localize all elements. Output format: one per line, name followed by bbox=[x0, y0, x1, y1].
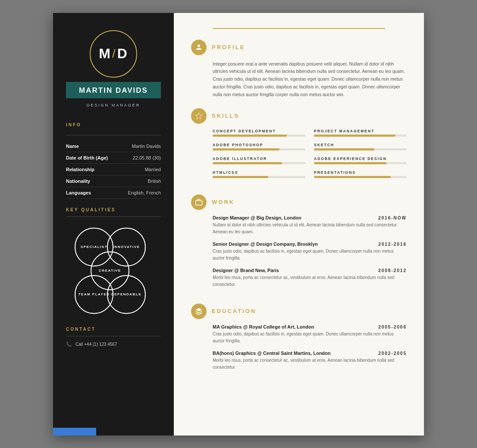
work-item-title: Designer @ Brand New, Paris bbox=[213, 268, 279, 273]
info-row: Date of Birth (Age) 22.05.88 (30) bbox=[66, 152, 161, 163]
resume-page: M / D MARTIN DAVIDS DESIGN MANAGER INFO … bbox=[53, 13, 424, 435]
skill-bar-bg bbox=[314, 162, 407, 164]
skill-bar-bg bbox=[314, 148, 407, 150]
skill-item: ADOBE ILLUSTRATOR bbox=[213, 157, 305, 164]
skills-icon bbox=[191, 108, 207, 124]
info-heading: INFO bbox=[66, 122, 161, 127]
skills-section: SKILLS CONCEPT DEVELOPMENT PROJECT MANAG… bbox=[191, 108, 407, 181]
work-item-date: 2008-2012 bbox=[378, 268, 407, 273]
work-item: Designer @ Brand New, Paris 2008-2012 Mo… bbox=[213, 268, 407, 288]
info-table: Name Martin Davids Date of Birth (Age) 2… bbox=[66, 141, 161, 199]
education-item-header: BA(hons) Graphics @ Central Saint Martin… bbox=[213, 351, 407, 356]
work-body: Design Manager @ Big Design, London 2016… bbox=[191, 215, 407, 288]
qualities-divider bbox=[66, 216, 161, 217]
name-box: MARTIN DAVIDS bbox=[66, 82, 161, 98]
venn-diagram: SPECIALIST INNOVATIVE CREATIVE TEAM PLAY… bbox=[66, 223, 161, 318]
svg-point-0 bbox=[198, 44, 200, 47]
skill-name: PROJECT MANAGEMENT bbox=[314, 129, 407, 133]
skills-title: SKILLS bbox=[212, 113, 239, 119]
skill-bar-fill bbox=[314, 176, 391, 178]
skills-header: SKILLS bbox=[191, 108, 407, 124]
education-item-title: MA Graphics @ Royal College of Art, Lond… bbox=[213, 324, 314, 329]
skill-item: PRESENTATIONS bbox=[314, 170, 407, 178]
profile-header: PROFILE bbox=[191, 40, 407, 55]
skill-bar-bg bbox=[213, 162, 305, 164]
phone-number: Call +44 (1) 123 4567 bbox=[75, 342, 117, 347]
work-item-date: 2012-2016 bbox=[378, 242, 407, 247]
venn-dependable: DEPENDABLE bbox=[107, 275, 146, 314]
contact-phone: 📞 Call +44 (1) 123 4567 bbox=[66, 341, 161, 347]
sidebar: M / D MARTIN DAVIDS DESIGN MANAGER INFO … bbox=[53, 13, 174, 435]
skill-name: HTML/CSS bbox=[213, 170, 305, 175]
skill-bar-fill bbox=[314, 135, 395, 137]
full-name: MARTIN DAVIDS bbox=[66, 86, 161, 95]
education-item-desc: Morbi leo risus, porta ac consectetur ac… bbox=[213, 357, 407, 371]
skill-name: ADOBE ILLUSTRATOR bbox=[213, 157, 305, 161]
monogram-initials: M / D bbox=[99, 46, 128, 62]
profile-title: PROFILE bbox=[212, 44, 245, 50]
work-icon bbox=[191, 194, 207, 210]
work-item-header: Senior Designer @ Design Company, Brookl… bbox=[213, 241, 407, 247]
profile-body: Integer posuere erat a ante venenatis da… bbox=[191, 60, 407, 99]
contact-heading: CONTACT bbox=[66, 327, 161, 332]
work-item-desc: Morbi leo risus, porta ac consectetur ac… bbox=[213, 274, 407, 288]
skill-name: PRESENTATIONS bbox=[314, 170, 407, 175]
work-item-desc: Nullam id dolor id nibh ultricies vehicu… bbox=[213, 222, 407, 235]
info-divider bbox=[66, 135, 161, 135]
education-item-desc: Cras justo odio, dapibus ac facilisis in… bbox=[213, 331, 407, 345]
info-value: Martin Davids bbox=[109, 141, 161, 152]
work-title: WORK bbox=[212, 199, 235, 205]
skill-bar-bg bbox=[213, 135, 305, 137]
education-title: EDUCATION bbox=[212, 308, 256, 314]
work-item: Design Manager @ Big Design, London 2016… bbox=[213, 215, 407, 235]
work-header: WORK bbox=[191, 194, 407, 210]
skills-grid: CONCEPT DEVELOPMENT PROJECT MANAGEMENT A… bbox=[191, 129, 407, 181]
skill-item: ADOBE EXPERIENCE DESIGN bbox=[314, 157, 407, 164]
skill-bar-fill bbox=[213, 135, 287, 137]
work-item-header: Designer @ Brand New, Paris 2008-2012 bbox=[213, 268, 407, 273]
svg-rect-1 bbox=[196, 201, 202, 205]
info-label: Name bbox=[66, 141, 109, 152]
education-section: EDUCATION MA Graphics @ Royal College of… bbox=[191, 304, 407, 377]
skill-bar-bg bbox=[213, 176, 305, 178]
info-label: Relationship bbox=[66, 163, 109, 175]
education-item-header: MA Graphics @ Royal College of Art, Lond… bbox=[213, 324, 407, 329]
education-item-date: 2002-2005 bbox=[378, 351, 407, 356]
info-row: Nationality British bbox=[66, 175, 161, 187]
slash: / bbox=[112, 47, 116, 61]
info-row: Relationship Married bbox=[66, 163, 161, 175]
work-item-desc: Cras justo odio, dapibus ac facilisis in… bbox=[213, 248, 407, 262]
work-item-date: 2016-NOW bbox=[378, 216, 407, 220]
info-value: English, French bbox=[109, 187, 161, 198]
work-item-title: Design Manager @ Big Design, London bbox=[213, 215, 301, 220]
skill-bar-bg bbox=[213, 148, 305, 150]
education-item: BA(hons) Graphics @ Central Saint Martin… bbox=[213, 351, 407, 371]
skill-item: CONCEPT DEVELOPMENT bbox=[213, 129, 305, 137]
person-icon bbox=[195, 44, 203, 51]
work-item: Senior Designer @ Design Company, Brookl… bbox=[213, 241, 407, 262]
work-item-title: Senior Designer @ Design Company, Brookl… bbox=[213, 241, 318, 247]
info-label: Nationality bbox=[66, 175, 109, 187]
monogram-area: M / D MARTIN DAVIDS DESIGN MANAGER bbox=[66, 30, 161, 114]
skill-bar-fill bbox=[314, 148, 374, 150]
circle-logo: M / D bbox=[90, 30, 137, 78]
bottom-blue-bar bbox=[53, 428, 96, 435]
contact-section: CONTACT 📞 Call +44 (1) 123 4567 bbox=[66, 327, 161, 347]
skill-name: ADOBE PHOTOSHOP bbox=[213, 143, 305, 147]
briefcase-icon bbox=[195, 198, 203, 206]
top-line-decoration bbox=[213, 28, 385, 29]
profile-icon bbox=[191, 40, 207, 55]
star-icon bbox=[195, 112, 203, 120]
skill-item: PROJECT MANAGEMENT bbox=[314, 129, 407, 137]
graduation-icon bbox=[195, 307, 203, 315]
skill-bar-bg bbox=[314, 176, 407, 178]
info-row: Languages English, French bbox=[66, 187, 161, 198]
education-item-title: BA(hons) Graphics @ Central Saint Martin… bbox=[213, 351, 331, 356]
work-item-header: Design Manager @ Big Design, London 2016… bbox=[213, 215, 407, 220]
skill-name: SKETCH bbox=[314, 143, 407, 147]
info-value: Married bbox=[109, 163, 161, 175]
profile-section: PROFILE Integer posuere erat a ante vene… bbox=[191, 40, 407, 99]
skill-item: SKETCH bbox=[314, 143, 407, 150]
education-item: MA Graphics @ Royal College of Art, Lond… bbox=[213, 324, 407, 345]
education-body: MA Graphics @ Royal College of Art, Lond… bbox=[191, 324, 407, 371]
